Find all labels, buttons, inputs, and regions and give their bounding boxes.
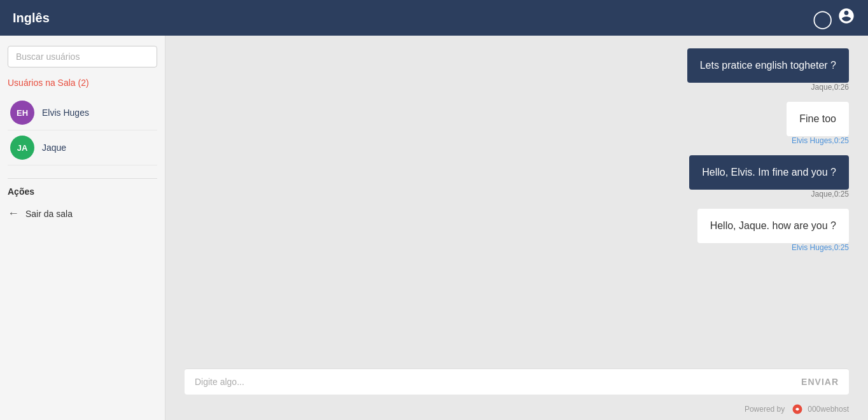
list-item[interactable]: EH Elvis Huges bbox=[8, 95, 157, 130]
back-icon: ← bbox=[8, 207, 19, 220]
divider bbox=[8, 178, 157, 179]
leave-room-action[interactable]: ← Sair da sala bbox=[8, 204, 157, 223]
message-row: Hello, Jaque. how are you ? Elvis Huges,… bbox=[185, 209, 849, 258]
users-in-room-label: Usuários na Sala (2) bbox=[8, 78, 157, 88]
message-meta: Elvis Huges,0:25 bbox=[792, 136, 849, 145]
message-bubble: Fine too bbox=[787, 102, 849, 136]
user-name: Elvis Huges bbox=[42, 108, 89, 118]
user-list: EH Elvis Huges JA Jaque bbox=[8, 95, 157, 165]
message-row: Fine too Elvis Huges,0:25 bbox=[185, 102, 849, 151]
message-meta: Elvis Huges,0:25 bbox=[792, 243, 849, 252]
message-bubble: Hello, Jaque. how are you ? bbox=[697, 209, 849, 243]
message-row: Hello, Elvis. Im fine and you ? Jaque,0:… bbox=[185, 155, 849, 205]
avatar: JA bbox=[10, 136, 34, 160]
actions-label: Ações bbox=[8, 186, 157, 197]
user-name: Jaque bbox=[42, 143, 66, 153]
avatar: EH bbox=[10, 101, 34, 125]
main-layout: Usuários na Sala (2) EH Elvis Huges JA J… bbox=[0, 36, 868, 420]
user-account-icon[interactable]: ◯ bbox=[813, 7, 855, 29]
list-item[interactable]: JA Jaque bbox=[8, 130, 157, 165]
message-input-area: ENVIAR bbox=[185, 368, 849, 395]
message-row: Lets pratice english togheter ? Jaque,0:… bbox=[185, 48, 849, 98]
send-button[interactable]: ENVIAR bbox=[801, 377, 839, 387]
leave-room-label: Sair da sala bbox=[25, 209, 73, 219]
search-input[interactable] bbox=[8, 46, 157, 67]
header: Inglês ◯ bbox=[0, 0, 868, 36]
sidebar: Usuários na Sala (2) EH Elvis Huges JA J… bbox=[0, 36, 165, 420]
page-title: Inglês bbox=[13, 11, 50, 25]
chat-footer: Powered by 000webhost bbox=[165, 401, 868, 420]
messages-container: Lets pratice english togheter ? Jaque,0:… bbox=[165, 36, 868, 368]
message-input[interactable] bbox=[195, 377, 795, 387]
powered-by-label: Powered by 000webhost bbox=[745, 403, 849, 415]
chat-area: Lets pratice english togheter ? Jaque,0:… bbox=[165, 36, 868, 420]
message-bubble: Hello, Elvis. Im fine and you ? bbox=[689, 155, 849, 190]
message-meta: Jaque,0:26 bbox=[811, 83, 849, 92]
message-meta: Jaque,0:25 bbox=[811, 190, 849, 199]
message-bubble: Lets pratice english togheter ? bbox=[687, 48, 849, 83]
